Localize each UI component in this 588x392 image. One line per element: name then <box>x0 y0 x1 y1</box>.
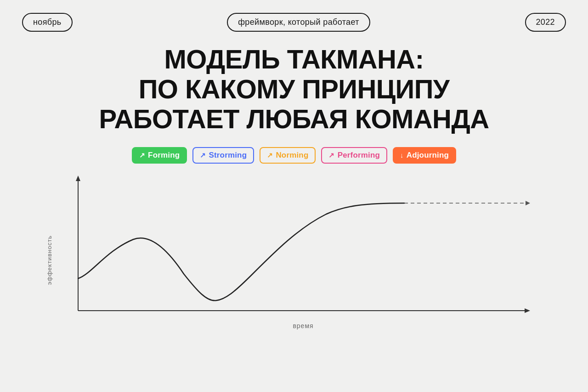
norming-arrow-icon: ↗ <box>267 151 273 159</box>
stage-performing: ↗ Performing <box>321 147 387 164</box>
svg-marker-3 <box>525 308 530 313</box>
month-badge: ноябрь <box>22 13 73 32</box>
norming-label: Norming <box>276 151 308 160</box>
stage-storming: ↗ Strorming <box>192 147 254 164</box>
svg-marker-5 <box>526 201 530 205</box>
forming-label: Forming <box>148 151 180 160</box>
stages-row: ↗ Forming ↗ Strorming ↗ Norming ↗ Perfor… <box>132 147 456 164</box>
title-section: МОДЕЛЬ ТАКМАНА: ПО КАКОМУ ПРИНЦИПУ РАБОТ… <box>99 45 489 134</box>
adjourning-label: Adjourning <box>407 151 449 160</box>
year-badge: 2022 <box>525 13 566 32</box>
title-line1: МОДЕЛЬ ТАКМАНА: ПО КАКОМУ ПРИНЦИПУ РАБОТ… <box>99 45 489 134</box>
forming-arrow-icon: ↗ <box>139 151 145 159</box>
adjourning-arrow-icon: ↓ <box>400 151 404 159</box>
svg-text:эффективность: эффективность <box>46 235 53 285</box>
storming-label: Strorming <box>209 151 247 160</box>
page-container: ноябрь фреймворк, который работает 2022 … <box>0 0 588 392</box>
stage-forming: ↗ Forming <box>132 147 187 164</box>
chart-container: эффективность время <box>41 168 547 338</box>
stage-norming: ↗ Norming <box>260 147 316 164</box>
header-row: ноябрь фреймворк, который работает 2022 <box>0 0 588 32</box>
performing-label: Performing <box>338 151 380 160</box>
storming-arrow-icon: ↗ <box>200 151 206 159</box>
chart-svg: эффективность время <box>41 168 547 338</box>
svg-text:время: время <box>293 322 313 330</box>
center-badge: фреймворк, который работает <box>227 13 370 32</box>
stage-adjourning: ↓ Adjourning <box>393 147 456 164</box>
performing-arrow-icon: ↗ <box>328 151 334 159</box>
svg-marker-1 <box>76 176 80 181</box>
